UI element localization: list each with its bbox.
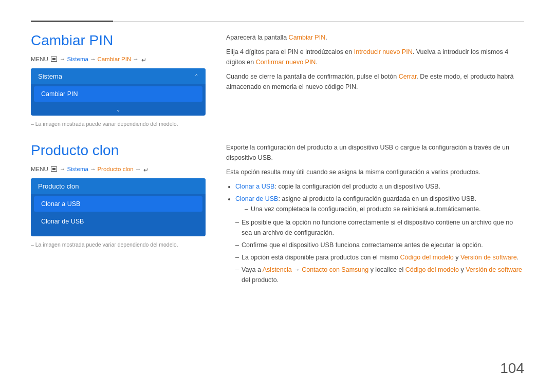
right-text-1-p2: Elija 4 dígitos para el PIN e introdúzca…: [226, 47, 524, 67]
note3: La opción está disponible para productos…: [235, 252, 524, 263]
introducir-nuevo-pin-highlight: Introducir nuevo PIN: [354, 48, 413, 55]
note4-arrow: →: [292, 266, 302, 273]
note4-prefix: Vaya a: [242, 266, 263, 273]
note4-middle: y localice el: [368, 266, 405, 273]
note4: Vaya a Asistencia → Contacto con Samsung…: [235, 265, 524, 285]
menu-icon-1: [51, 57, 57, 62]
ui-selected-item-2[interactable]: Clonar a USB: [34, 196, 202, 212]
menu-label-1: MENU: [31, 56, 48, 62]
contacto-samsung-link: Contacto con Samsung: [302, 266, 368, 273]
note4-suffix: del producto.: [242, 276, 279, 284]
cerrar-highlight: Cerrar: [399, 73, 417, 80]
section-cambiar-pin: Cambiar PIN MENU → Sistema → Cambiar PIN…: [31, 32, 524, 127]
ui-box-footer-1: ⌄: [31, 104, 206, 116]
version-software-link2: Versión de software: [466, 266, 522, 273]
ui-box-header-2: Producto clon: [31, 178, 206, 194]
asistencia-link: Asistencia: [263, 266, 292, 273]
right-text-1-p3: Cuando se cierre la pantalla de confirma…: [226, 71, 524, 92]
ui-box-header-label-1: Sistema: [38, 72, 62, 80]
chevron-down-1: ⌄: [116, 107, 120, 113]
bullet1: Clonar a USB: copie la configuración del…: [235, 181, 524, 192]
menu-label-2: MENU: [31, 166, 48, 172]
producto-clon-link: Producto clon: [97, 166, 133, 172]
ui-box-header-1: Sistema ⌃: [31, 68, 206, 84]
enter-icon-1: [141, 57, 147, 62]
menu-path-2: MENU → Sistema → Producto clon →: [31, 166, 206, 172]
bullet2: Clonar de USB: asigne al producto la con…: [235, 194, 524, 214]
menu-path-1: MENU → Sistema → Cambiar PIN →: [31, 56, 206, 62]
cambiar-pin-highlight: Cambiar PIN: [289, 34, 326, 41]
ui-normal-item-2[interactable]: Clonar de USB: [34, 214, 202, 229]
page-number: 104: [500, 360, 524, 377]
top-lines: [31, 21, 524, 22]
bullet1-text: : copie la configuración del producto a …: [274, 183, 440, 190]
confirmar-nuevo-pin-highlight: Confirmar nuevo PIN: [256, 59, 316, 66]
clonar-de-usb-label: Clonar de USB: [235, 195, 278, 202]
note2: Confirme que el dispositivo USB funciona…: [235, 240, 524, 250]
note1: Es posible que la opción no funcione cor…: [235, 217, 524, 238]
menu-icon-2: [51, 166, 57, 172]
section1-title: Cambiar PIN: [31, 32, 206, 49]
codigo-modelo-link2: Código del modelo: [405, 266, 459, 273]
arrow3-2: →: [135, 166, 141, 172]
note4-middle2: y: [459, 266, 466, 273]
image-note-2: La imagen mostrada puede variar dependie…: [31, 241, 206, 248]
arrow1-2: →: [60, 166, 66, 172]
clonar-a-usb-label: Clonar a USB: [235, 183, 274, 190]
note3-prefix: La opción está disponible para productos…: [242, 254, 400, 261]
arrow2-2: →: [90, 166, 96, 172]
arrow3-1: →: [133, 56, 139, 62]
chevron-up-1: ⌃: [194, 73, 198, 79]
version-software-link1: Versión de software: [460, 254, 517, 261]
note3-middle: y: [454, 254, 460, 261]
right-col-1: Aparecerá la pantalla Cambiar PIN. Elija…: [226, 32, 524, 127]
left-col-1: Cambiar PIN MENU → Sistema → Cambiar PIN…: [31, 32, 206, 127]
top-line-dark: [31, 21, 113, 22]
page-container: Cambiar PIN MENU → Sistema → Cambiar PIN…: [0, 0, 555, 392]
section-producto-clon: Producto clon MENU → Sistema → Producto …: [31, 142, 524, 287]
bullet2-text: : asigne al producto la configuración gu…: [278, 195, 476, 202]
section2-intro2: Esta opción resulta muy útil cuando se a…: [226, 167, 524, 177]
section2-title: Producto clon: [31, 142, 206, 159]
ui-box-2: Producto clon Clonar a USB Clonar de USB: [31, 178, 206, 236]
left-col-2: Producto clon MENU → Sistema → Producto …: [31, 142, 206, 287]
ui-box-header-label-2: Producto clon: [38, 182, 79, 190]
codigo-modelo-link1: Código del modelo: [400, 254, 454, 261]
right-text-1-p1: Aparecerá la pantalla Cambiar PIN.: [226, 32, 524, 43]
sistema-link-2: Sistema: [67, 166, 88, 172]
ui-box-1: Sistema ⌃ Cambiar PIN ⌄: [31, 68, 206, 116]
arrow2-1: →: [90, 56, 96, 62]
enter-icon-2: [143, 166, 150, 172]
section2-bullets: Clonar a USB: copie la configuración del…: [235, 181, 524, 214]
top-line-light: [113, 21, 524, 22]
section2-intro1: Exporte la configuración del producto a …: [226, 142, 524, 163]
arrow1-1: →: [60, 56, 66, 62]
image-note-1: La imagen mostrada puede variar dependie…: [31, 121, 206, 127]
sistema-link-1: Sistema: [67, 56, 88, 62]
ui-selected-item-1[interactable]: Cambiar PIN: [34, 86, 202, 102]
right-col-2: Exporte la configuración del producto a …: [226, 142, 524, 287]
cambiar-pin-link: Cambiar PIN: [97, 56, 131, 62]
note3-suffix: .: [517, 254, 519, 261]
sub-bullet1: Una vez completada la configuración, el …: [245, 204, 524, 214]
